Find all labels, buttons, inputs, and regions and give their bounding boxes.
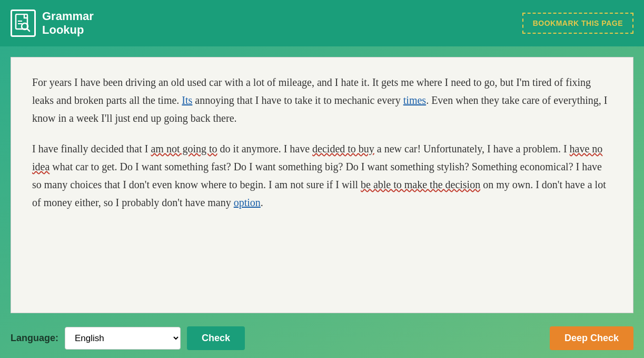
- phrase-decided-to-buy: decided to buy: [312, 143, 374, 154]
- check-button[interactable]: Check: [187, 326, 245, 350]
- language-label: Language:: [11, 333, 58, 344]
- svg-line-2: [27, 29, 30, 32]
- paragraph-1: For years I have been driving an old use…: [32, 73, 612, 127]
- word-option: option: [234, 197, 261, 208]
- phrase-am-not-going-to: am not going to: [151, 143, 217, 154]
- header: Grammar Lookup BOOKMARK THIS PAGE: [0, 0, 644, 46]
- logo-container: Grammar Lookup: [11, 9, 94, 37]
- main-content: For years I have been driving an old use…: [0, 46, 644, 318]
- language-section: Language: English German French Spanish …: [11, 326, 245, 350]
- logo-text: Grammar Lookup: [42, 9, 94, 37]
- word-its: Its: [182, 94, 192, 106]
- bookmark-button[interactable]: BOOKMARK THIS PAGE: [522, 13, 633, 34]
- paragraph-2: I have finally decided that I am not goi…: [32, 140, 612, 211]
- deep-check-button[interactable]: Deep Check: [550, 326, 633, 350]
- phrase-be-able-to-make: be able to make the decision: [361, 179, 480, 190]
- footer-controls: Language: English German French Spanish …: [0, 318, 644, 358]
- logo-icon: [11, 9, 36, 37]
- language-select[interactable]: English German French Spanish Portuguese…: [65, 327, 181, 350]
- word-times: times: [403, 94, 426, 106]
- text-area[interactable]: For years I have been driving an old use…: [11, 57, 633, 313]
